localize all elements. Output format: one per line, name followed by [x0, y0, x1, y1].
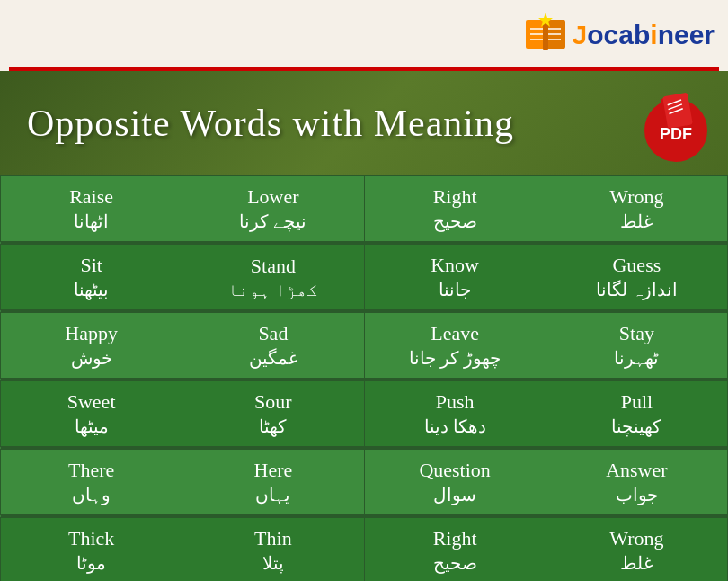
- table-row: SweetمیٹھاSourکھٹاPushدھکا دیناPullکھینچ…: [1, 381, 728, 447]
- table-cell: Lowerنیچے کرنا: [182, 176, 364, 242]
- table-cell: Sitبیٹھنا: [1, 245, 182, 310]
- table-row: ThereوہاںHereیہاںQuestionسوالAnswerجواب: [1, 450, 728, 515]
- logo-container: Jocabineer: [521, 11, 715, 59]
- svg-text:PDF: PDF: [660, 125, 692, 143]
- urdu-word: اندازہ لگانا: [551, 279, 723, 300]
- table-cell: Wrongغلط: [546, 518, 727, 582]
- table-cell: Sourکھٹا: [182, 381, 364, 447]
- urdu-word: غمگین: [187, 347, 359, 369]
- table-cell: Sweetمیٹھا: [1, 381, 182, 447]
- table-cell: Thickموٹا: [1, 518, 182, 582]
- urdu-word: بیٹھنا: [5, 279, 177, 300]
- urdu-word: جاننا: [369, 279, 541, 300]
- english-word: Sour: [187, 390, 359, 414]
- urdu-word: خوش: [5, 347, 177, 369]
- pdf-badge[interactable]: PDF: [638, 87, 710, 159]
- urdu-word: غلط: [551, 210, 723, 232]
- english-word: Stand: [187, 255, 359, 278]
- urdu-word: غلط: [551, 552, 723, 574]
- table-row: RaiseاٹھاناLowerنیچے کرناRightصحیحWrongغ…: [1, 176, 728, 242]
- english-word: Right: [369, 185, 541, 209]
- table-cell: Sadغمگین: [182, 313, 364, 379]
- urdu-word: موٹا: [5, 552, 177, 574]
- english-word: Question: [369, 459, 541, 482]
- header-banner: Opposite Words with Meaning PDF: [0, 71, 728, 175]
- table-row: SitبیٹھناStandکھڑا ہوناKnowجانناGuessاند…: [1, 245, 728, 310]
- urdu-word: دھکا دینا: [369, 416, 541, 437]
- english-word: Sad: [187, 322, 359, 345]
- english-word: Happy: [5, 322, 177, 345]
- english-word: Wrong: [551, 185, 723, 209]
- english-word: Stay: [551, 322, 723, 345]
- urdu-word: کھڑا ہونا: [187, 280, 359, 300]
- english-word: Right: [369, 527, 541, 550]
- urdu-word: چھوڑ کر جانا: [369, 347, 541, 369]
- urdu-word: صحیح: [369, 552, 541, 574]
- page-title: Opposite Words with Meaning: [27, 102, 514, 145]
- table-row: ThickموٹاThinپتلاRightصحیحWrongغلط: [1, 518, 728, 582]
- table-cell: Wrongغلط: [546, 176, 727, 242]
- table-cell: Questionسوال: [364, 450, 546, 515]
- table-cell: Rightصحیح: [364, 176, 546, 242]
- english-word: Lower: [187, 185, 359, 209]
- table-cell: Thereوہاں: [1, 450, 182, 515]
- logo-text: Jocabineer: [573, 20, 715, 50]
- table-cell: Happyخوش: [1, 313, 182, 379]
- urdu-word: ٹھہرنا: [551, 347, 723, 369]
- urdu-word: کھینچنا: [551, 416, 723, 437]
- table-cell: Pushدھکا دینا: [364, 381, 546, 447]
- top-bar: Jocabineer: [0, 0, 728, 67]
- opposite-words-table: RaiseاٹھاناLowerنیچے کرناRightصحیحWrongغ…: [0, 175, 728, 581]
- urdu-word: یہاں: [187, 484, 359, 505]
- urdu-word: وہاں: [5, 484, 177, 505]
- urdu-word: سوال: [369, 484, 541, 505]
- english-word: Thin: [187, 527, 359, 550]
- english-word: Pull: [551, 390, 723, 414]
- english-word: Thick: [5, 527, 177, 550]
- english-word: Leave: [369, 322, 541, 345]
- urdu-word: نیچے کرنا: [187, 210, 359, 232]
- english-word: Wrong: [551, 527, 723, 550]
- urdu-word: جواب: [551, 484, 723, 505]
- table-cell: Hereیہاں: [182, 450, 364, 515]
- table-cell: Standکھڑا ہونا: [182, 245, 364, 310]
- english-word: Guess: [551, 254, 723, 277]
- urdu-word: میٹھا: [5, 416, 177, 437]
- english-word: Sit: [5, 254, 177, 277]
- english-word: Answer: [551, 459, 723, 482]
- urdu-word: صحیح: [369, 210, 541, 232]
- english-word: Raise: [5, 185, 177, 209]
- table-row: HappyخوشSadغمگینLeaveچھوڑ کر جاناStayٹھہ…: [1, 313, 728, 379]
- table-cell: Knowجاننا: [364, 245, 546, 310]
- urdu-word: پتلا: [187, 552, 359, 574]
- book-icon: [521, 11, 570, 59]
- english-word: Here: [187, 459, 359, 482]
- english-word: Know: [369, 254, 541, 277]
- table-cell: Thinپتلا: [182, 518, 364, 582]
- table-cell: Raiseاٹھانا: [1, 176, 182, 242]
- english-word: Sweet: [5, 390, 177, 414]
- english-word: Push: [369, 390, 541, 414]
- urdu-word: کھٹا: [187, 416, 359, 437]
- urdu-word: اٹھانا: [5, 210, 177, 232]
- english-word: There: [5, 459, 177, 482]
- table-cell: Answerجواب: [546, 450, 727, 515]
- table-cell: Leaveچھوڑ کر جانا: [364, 313, 546, 379]
- table-cell: Guessاندازہ لگانا: [546, 245, 727, 310]
- table-cell: Stayٹھہرنا: [546, 313, 727, 379]
- table-cell: Rightصحیح: [364, 518, 546, 582]
- table-cell: Pullکھینچنا: [546, 381, 727, 447]
